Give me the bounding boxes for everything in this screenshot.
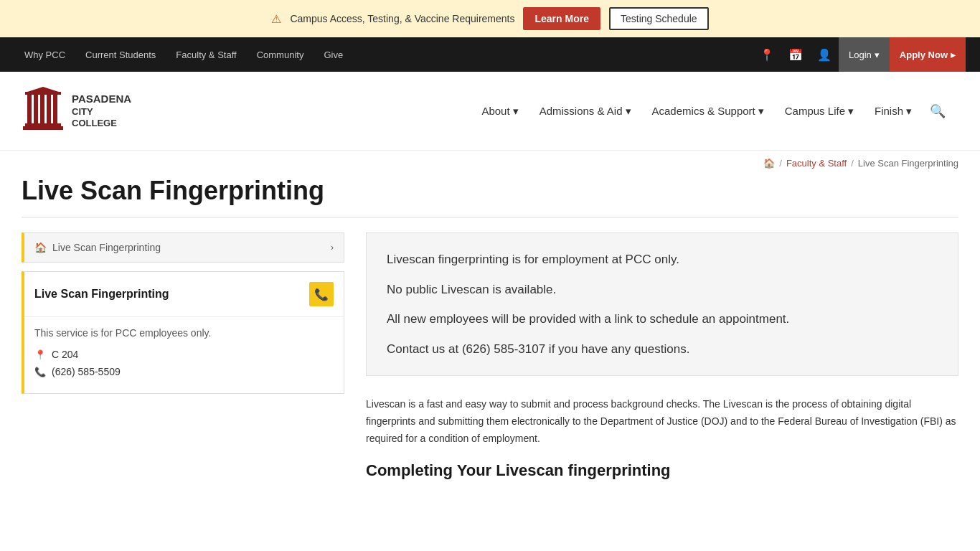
svg-rect-5 — [53, 95, 57, 123]
top-banner: ⚠ Campus Access, Testing, & Vaccine Requ… — [0, 0, 980, 37]
breadcrumb-faculty-staff-link[interactable]: Faculty & Staff — [786, 158, 847, 169]
info-line-2: No public Livescan is available. — [387, 281, 938, 299]
breadcrumb-home-link[interactable]: 🏠 — [763, 158, 775, 169]
nav-community[interactable]: Community — [247, 37, 314, 72]
chevron-down-icon: ▾ — [758, 105, 764, 118]
svg-rect-7 — [23, 126, 63, 130]
location-contact: 📍 C 204 — [34, 349, 334, 360]
user-icon[interactable]: 👤 — [810, 37, 839, 72]
nav-bar: Why PCC Current Students Faculty & Staff… — [0, 37, 980, 72]
svg-rect-1 — [27, 95, 32, 123]
calendar-icon[interactable]: 📅 — [781, 37, 810, 72]
nav-academics-support[interactable]: Academics & Support ▾ — [644, 99, 773, 123]
nav-current-students[interactable]: Current Students — [75, 37, 166, 72]
sidebar-card: Live Scan Fingerprinting 📞 This service … — [22, 271, 344, 394]
info-line-4: Contact us at (626) 585-3107 if you have… — [387, 340, 938, 359]
login-button[interactable]: Login ▾ — [839, 37, 890, 72]
map-pin-icon: 📍 — [34, 349, 46, 360]
svg-rect-3 — [40, 95, 44, 123]
page-title: Live Scan Fingerprinting — [22, 176, 958, 218]
phone-text: (626) 585-5509 — [52, 366, 121, 377]
sidebar: 🏠 Live Scan Fingerprinting › Live Scan F… — [22, 232, 344, 394]
info-line-3: All new employees will be provided with … — [387, 310, 938, 329]
main-nav: About ▾ Admissions & Aid ▾ Academics & S… — [165, 98, 958, 125]
breadcrumb: 🏠 / Faculty & Staff / Live Scan Fingerpr… — [0, 151, 980, 176]
chevron-down-icon: ▾ — [513, 105, 519, 118]
sidebar-card-body: This service is for PCC employees only. … — [24, 317, 344, 393]
header: PASADENA CITY COLLEGE About ▾ Admissions… — [0, 72, 980, 151]
info-line-1: Livescan fingerprinting is for employmen… — [387, 250, 938, 269]
breadcrumb-current: Live Scan Fingerprinting — [858, 158, 958, 169]
banner-text: Campus Access, Testing, & Vaccine Requir… — [290, 13, 514, 24]
search-button[interactable]: 🔍 — [924, 98, 951, 125]
svg-marker-8 — [25, 87, 61, 93]
nav-about[interactable]: About ▾ — [473, 99, 527, 123]
phone-icon: 📞 — [34, 367, 46, 377]
main-content: Live Scan Fingerprinting 🏠 Live Scan Fin… — [0, 176, 980, 520]
logo-text: PASADENA CITY COLLEGE — [72, 92, 131, 131]
chevron-down-icon: ▾ — [906, 105, 912, 118]
location-text: C 204 — [52, 349, 78, 360]
testing-schedule-button[interactable]: Testing Schedule — [609, 7, 709, 30]
chevron-down-icon: ▾ — [626, 105, 631, 118]
sidebar-card-header: Live Scan Fingerprinting 📞 — [24, 272, 344, 317]
chevron-right-icon: ▸ — [951, 50, 956, 60]
logo-link[interactable]: PASADENA CITY COLLEGE — [22, 86, 165, 136]
warning-icon: ⚠ — [271, 12, 281, 26]
breadcrumb-sep-2: / — [851, 158, 854, 169]
apply-now-button[interactable]: Apply Now ▸ — [890, 37, 966, 72]
phone-contact: 📞 (626) 585-5509 — [34, 366, 334, 377]
sidebar-card-description: This service is for PCC employees only. — [34, 327, 334, 339]
svg-rect-6 — [25, 123, 61, 126]
chevron-down-icon: ▾ — [848, 105, 854, 118]
info-box: Livescan fingerprinting is for employmen… — [366, 232, 958, 376]
nav-faculty-staff[interactable]: Faculty & Staff — [166, 37, 246, 72]
nav-give[interactable]: Give — [314, 37, 353, 72]
section-2-title: Completing Your Livescan fingerprinting — [366, 461, 958, 480]
sidebar-card-title: Live Scan Fingerprinting — [34, 288, 169, 301]
chevron-right-icon: › — [331, 242, 334, 253]
svg-rect-4 — [47, 95, 51, 123]
sidebar-nav-item[interactable]: 🏠 Live Scan Fingerprinting › — [22, 232, 344, 263]
home-icon: 🏠 — [34, 242, 47, 253]
nav-admissions-aid[interactable]: Admissions & Aid ▾ — [531, 99, 640, 123]
nav-why-pcc[interactable]: Why PCC — [14, 37, 75, 72]
chevron-down-icon: ▾ — [875, 50, 880, 60]
breadcrumb-sep-1: / — [779, 158, 782, 169]
sidebar-nav-label: Live Scan Fingerprinting — [52, 242, 161, 253]
description-text: Livescan is a fast and easy way to submi… — [366, 396, 958, 447]
content-layout: 🏠 Live Scan Fingerprinting › Live Scan F… — [22, 232, 958, 491]
nav-finish[interactable]: Finish ▾ — [866, 99, 920, 123]
text-content: Livescan fingerprinting is for employmen… — [366, 232, 958, 491]
phone-button[interactable]: 📞 — [309, 282, 334, 306]
nav-campus-life[interactable]: Campus Life ▾ — [776, 99, 862, 123]
learn-more-button[interactable]: Learn More — [523, 7, 600, 30]
sidebar-nav-item-inner: 🏠 Live Scan Fingerprinting — [34, 242, 161, 253]
svg-rect-2 — [34, 95, 38, 123]
pcc-logo — [22, 86, 65, 136]
location-icon[interactable]: 📍 — [753, 37, 781, 72]
